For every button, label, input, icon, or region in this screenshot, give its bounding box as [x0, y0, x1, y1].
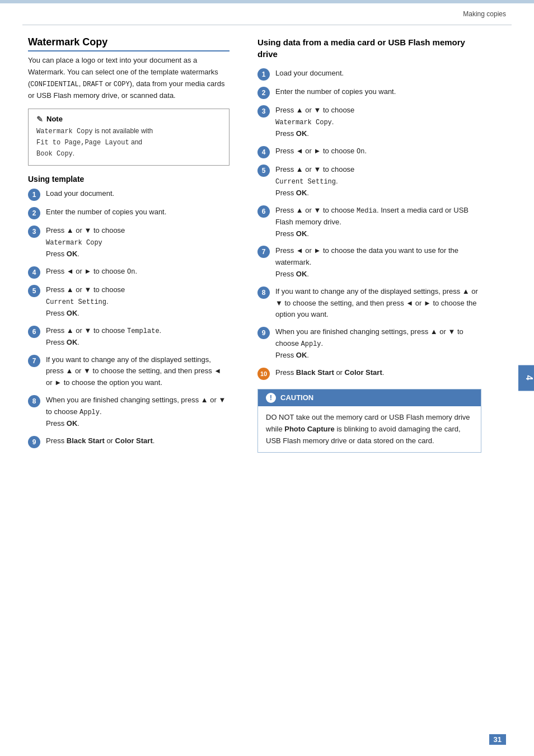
page-footer: 31 — [489, 734, 506, 745]
step3-ok: OK — [67, 250, 78, 258]
header-divider — [22, 20, 512, 25]
media-step-5: 5 Press ▲ or ▼ to choose Current Setting… — [257, 164, 481, 199]
note-mono-1: Watermark Copy — [36, 128, 93, 135]
caution-box: ! CAUTION DO NOT take out the memory car… — [257, 389, 481, 453]
right-column: Using data from a media card or USB Flas… — [246, 25, 504, 465]
note-content: Watermark Copy is not available with Fit… — [36, 126, 221, 160]
step-text-6: Press ▲ or ▼ to choose Template. Press O… — [46, 325, 161, 349]
template-step-1: 1 Load your document. — [28, 188, 229, 201]
note-title: ✎ Note — [36, 115, 221, 124]
media-step-num-6: 6 — [257, 205, 270, 218]
step-text-8: When you are finished changing settings,… — [46, 395, 229, 430]
caution-header: ! CAUTION — [258, 389, 481, 406]
media-step9-ok: OK — [296, 351, 307, 359]
media-step-num-8: 8 — [257, 287, 270, 299]
media-step10-color-start: Color Start — [345, 368, 382, 377]
caution-content: DO NOT take out the memory card or USB F… — [258, 406, 481, 452]
media-step-8: 8 If you want to change any of the displ… — [257, 286, 481, 321]
intro-mono-confidential: CONFIDENTIAL — [30, 81, 78, 88]
media-step5-mono: Current Setting — [275, 178, 336, 186]
media-step6-ok: OK — [296, 229, 307, 238]
template-step-8: 8 When you are finished changing setting… — [28, 395, 229, 430]
media-step-num-9: 9 — [257, 327, 270, 339]
intro-mono-draft: DRAFT — [83, 81, 103, 88]
media-step-text-4: Press ◄ or ► to choose On. — [275, 145, 367, 157]
caution-photo-capture: Photo Capture — [284, 425, 335, 433]
note-box: ✎ Note Watermark Copy is not available w… — [28, 109, 229, 166]
template-steps: 1 Load your document. 2 Enter the number… — [28, 188, 229, 448]
media-step-text-2: Enter the number of copies you want. — [275, 86, 396, 98]
side-tab: 4 — [518, 365, 534, 391]
step-num-8: 8 — [28, 395, 40, 407]
template-step-6: 6 Press ▲ or ▼ to choose Template. Press… — [28, 325, 229, 349]
page: Making copies Watermark Copy You can pla… — [0, 0, 534, 756]
media-step-num-7: 7 — [257, 246, 270, 258]
media-step-2: 2 Enter the number of copies you want. — [257, 86, 481, 99]
step-text-2: Enter the number of copies you want. — [46, 206, 166, 218]
media-step7-ok: OK — [296, 270, 307, 278]
media-step-text-1: Load your document. — [275, 68, 344, 79]
media-step-10: 10 Press Black Start or Color Start. — [257, 367, 481, 380]
media-step-text-7: Press ◄ or ► to choose the data you want… — [275, 245, 481, 280]
note-mono-2: Fit to Page,Page Layout — [36, 139, 129, 147]
media-step-num-5: 5 — [257, 165, 270, 177]
media-step-4: 4 Press ◄ or ► to choose On. — [257, 145, 481, 158]
media-step-7: 7 Press ◄ or ► to choose the data you wa… — [257, 245, 481, 280]
template-step-4: 4 Press ◄ or ► to choose On. — [28, 266, 229, 279]
step3-mono: Watermark Copy — [46, 239, 102, 247]
template-step-9: 9 Press Black Start or Color Start. — [28, 435, 229, 448]
step9-black-start: Black Start — [67, 436, 105, 445]
step8-ok: OK — [67, 419, 78, 428]
media-step-text-6: Press ▲ or ▼ to choose Media. Insert a m… — [275, 205, 481, 240]
template-step-2: 2 Enter the number of copies you want. — [28, 206, 229, 219]
step5-mono: Current Setting — [46, 298, 106, 306]
step5-ok: OK — [67, 309, 78, 317]
caution-title: CAUTION — [280, 393, 313, 402]
media-step6-mono: Media — [357, 207, 377, 215]
step-text-9: Press Black Start or Color Start. — [46, 435, 154, 447]
intro-paragraph: You can place a logo or text into your d… — [28, 55, 229, 102]
step6-mono: Template — [127, 327, 160, 335]
caution-icon: ! — [266, 393, 276, 403]
media-step5-ok: OK — [296, 189, 307, 197]
step-num-1: 1 — [28, 189, 40, 201]
media-step-num-2: 2 — [257, 87, 270, 99]
media-step10-black-start: Black Start — [296, 368, 334, 377]
media-step-text-9: When you are finished changing settings,… — [275, 326, 481, 361]
page-header: Making copies — [0, 3, 534, 20]
media-step-1: 1 Load your document. — [257, 68, 481, 81]
media-step3-ok: OK — [296, 129, 307, 138]
right-section-title: Using data from a media card or USB Flas… — [257, 36, 481, 60]
media-step-num-1: 1 — [257, 68, 270, 81]
step-num-6: 6 — [28, 326, 40, 338]
template-step-3: 3 Press ▲ or ▼ to choose Watermark Copy … — [28, 225, 229, 260]
header-section: Making copies — [463, 10, 506, 18]
step-num-3: 3 — [28, 226, 40, 238]
step-text-4: Press ◄ or ► to choose On. — [46, 266, 137, 278]
template-step-7: 7 If you want to change any of the displ… — [28, 354, 229, 389]
media-step4-mono: On — [357, 148, 364, 156]
media-step-text-10: Press Black Start or Color Start. — [275, 367, 384, 379]
media-step-text-8: If you want to change any of the display… — [275, 286, 481, 321]
step6-ok: OK — [67, 338, 78, 346]
step-num-9: 9 — [28, 436, 40, 448]
step-num-7: 7 — [28, 355, 40, 367]
using-template-subtitle: Using template — [28, 175, 229, 184]
media-step-num-3: 3 — [257, 105, 270, 118]
step-num-4: 4 — [28, 266, 40, 279]
media-step-3: 3 Press ▲ or ▼ to choose Watermark Copy.… — [257, 105, 481, 140]
step-text-5: Press ▲ or ▼ to choose Current Setting. … — [46, 284, 125, 320]
note-mono-3: Book Copy — [36, 150, 73, 158]
media-step3-mono: Watermark Copy — [275, 119, 332, 126]
media-step-text-5: Press ▲ or ▼ to choose Current Setting. … — [275, 164, 354, 199]
media-step-num-10: 10 — [257, 368, 270, 380]
media-step-9: 9 When you are finished changing setting… — [257, 326, 481, 361]
template-step-5: 5 Press ▲ or ▼ to choose Current Setting… — [28, 284, 229, 320]
media-step-num-4: 4 — [257, 146, 270, 158]
intro-mono-copy: COPY — [114, 81, 130, 88]
page-title: Watermark Copy — [28, 36, 229, 51]
left-column: Watermark Copy You can place a logo or t… — [0, 25, 246, 465]
media-step-6: 6 Press ▲ or ▼ to choose Media. Insert a… — [257, 205, 481, 240]
media-step-text-3: Press ▲ or ▼ to choose Watermark Copy. P… — [275, 105, 354, 140]
step-num-5: 5 — [28, 285, 40, 297]
